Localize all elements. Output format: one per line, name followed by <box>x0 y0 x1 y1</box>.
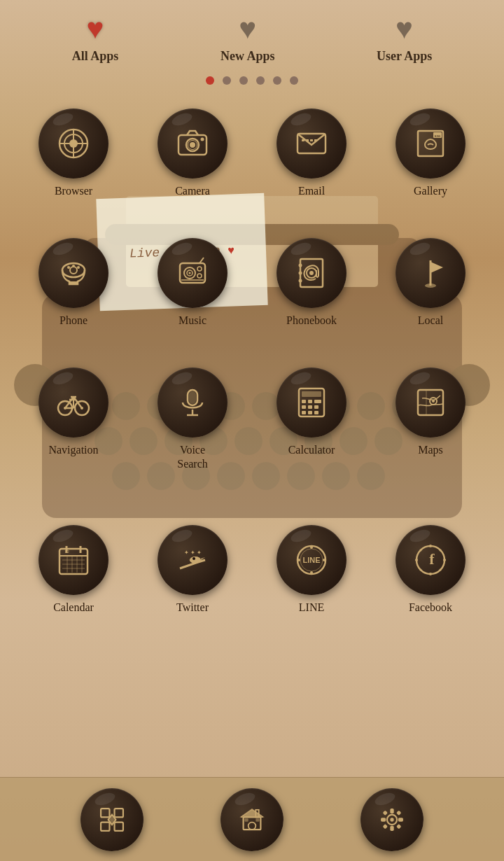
svg-rect-99 <box>302 411 306 414</box>
svg-rect-47 <box>310 139 313 141</box>
maps-svg <box>412 384 449 421</box>
app-gallery[interactable]: KISS Gallery <box>371 103 490 204</box>
app-phone[interactable]: Phone <box>14 232 133 334</box>
local-svg <box>412 255 449 291</box>
app-navigation[interactable]: Navigation <box>14 362 133 478</box>
svg-point-121 <box>192 557 195 560</box>
launcher-icon <box>80 788 144 851</box>
app-facebook[interactable]: f Facebook <box>371 519 490 621</box>
phone-label: Phone <box>59 314 88 328</box>
svg-point-126 <box>310 571 313 574</box>
svg-rect-158 <box>383 810 388 816</box>
phone-svg <box>55 255 92 291</box>
svg-point-127 <box>298 559 300 561</box>
camera-svg <box>174 125 211 162</box>
svg-point-104 <box>432 400 435 402</box>
svg-point-153 <box>390 818 393 821</box>
svg-rect-105 <box>418 390 426 415</box>
app-local[interactable]: Local <box>371 232 490 334</box>
user-apps-tab[interactable]: ♥ User Apps <box>377 14 432 64</box>
svg-text:f: f <box>429 550 435 568</box>
app-voice-search[interactable]: VoiceSearch <box>133 362 252 478</box>
svg-point-71 <box>299 271 302 274</box>
app-browser[interactable]: Browser <box>14 103 133 204</box>
voice-search-icon <box>158 368 227 438</box>
svg-point-41 <box>190 142 195 148</box>
svg-rect-157 <box>398 818 403 821</box>
svg-rect-100 <box>308 411 312 414</box>
app-music[interactable]: Music <box>133 232 252 334</box>
camera-icon <box>158 108 227 178</box>
dot-2[interactable] <box>223 76 231 85</box>
svg-rect-139 <box>101 808 109 817</box>
new-apps-tab[interactable]: ♥ New Apps <box>220 14 275 64</box>
settings-svg <box>376 804 408 836</box>
svg-rect-101 <box>314 411 318 414</box>
all-apps-tab[interactable]: ♥ All Apps <box>72 14 119 64</box>
gallery-svg: KISS <box>412 125 449 162</box>
camera-label: Camera <box>175 184 210 199</box>
svg-point-134 <box>420 550 422 552</box>
maps-label: Maps <box>418 443 443 458</box>
new-apps-label: New Apps <box>220 49 275 64</box>
home-icon <box>220 788 284 851</box>
app-line[interactable]: LINE LINE <box>252 519 371 621</box>
svg-text:KISS: KISS <box>435 134 441 138</box>
app-email[interactable]: Email <box>252 103 371 204</box>
dot-4[interactable] <box>256 76 265 85</box>
svg-rect-48 <box>314 139 317 141</box>
svg-point-137 <box>440 569 442 571</box>
apps-row-4: 12 Calendar ✦ ✦ ✦ <box>0 512 504 628</box>
dot-1[interactable] <box>206 76 214 85</box>
phonebook-icon <box>276 238 346 308</box>
app-maps[interactable]: Maps <box>371 362 490 478</box>
apps-row-2: Phone Mu <box>0 225 504 341</box>
calendar-svg: 12 <box>55 542 92 578</box>
line-label: LINE <box>299 601 324 615</box>
all-apps-label: All Apps <box>72 49 119 64</box>
svg-rect-55 <box>69 281 78 284</box>
svg-rect-140 <box>115 808 123 817</box>
svg-point-57 <box>72 265 75 267</box>
music-svg <box>174 255 211 291</box>
svg-point-69 <box>309 271 314 275</box>
settings-icon <box>360 788 424 851</box>
app-phonebook[interactable]: Phonebook <box>252 232 371 334</box>
svg-rect-149 <box>244 818 248 821</box>
svg-rect-97 <box>308 405 312 409</box>
svg-rect-141 <box>101 822 109 830</box>
bottom-navigation <box>0 777 504 861</box>
browser-label: Browser <box>55 184 92 199</box>
svg-text:✦ ✦ ✦: ✦ ✦ ✦ <box>184 550 202 556</box>
svg-point-58 <box>77 266 80 269</box>
dot-3[interactable] <box>239 76 248 85</box>
svg-rect-159 <box>396 810 402 816</box>
apps-row-3: Navigation VoiceSearch <box>0 355 504 485</box>
bottom-launcher[interactable] <box>78 783 146 857</box>
svg-point-70 <box>299 263 302 267</box>
svg-point-62 <box>189 272 191 274</box>
music-icon <box>158 238 227 308</box>
voice-search-svg <box>174 384 211 421</box>
app-calendar[interactable]: 12 Calendar <box>14 519 133 621</box>
svg-rect-98 <box>314 405 318 409</box>
new-apps-heart-icon: ♥ <box>239 14 256 43</box>
email-svg <box>293 125 330 162</box>
svg-rect-46 <box>306 139 309 141</box>
svg-rect-45 <box>302 139 304 141</box>
dot-5[interactable] <box>273 76 281 85</box>
app-twitter[interactable]: ✦ ✦ ✦ Twitter <box>133 519 252 621</box>
svg-marker-74 <box>430 262 443 273</box>
voice-search-label: VoiceSearch <box>177 443 208 472</box>
bottom-settings[interactable] <box>358 783 426 857</box>
svg-rect-88 <box>189 391 196 404</box>
browser-svg <box>55 125 92 162</box>
dot-6[interactable] <box>290 76 298 85</box>
gap-3 <box>0 484 504 512</box>
svg-point-131 <box>429 573 432 575</box>
app-calculator[interactable]: Calculator <box>252 362 371 478</box>
app-camera[interactable]: Camera <box>133 103 252 204</box>
svg-rect-156 <box>381 818 386 821</box>
bottom-home[interactable] <box>218 783 286 857</box>
maps-icon <box>396 368 465 438</box>
